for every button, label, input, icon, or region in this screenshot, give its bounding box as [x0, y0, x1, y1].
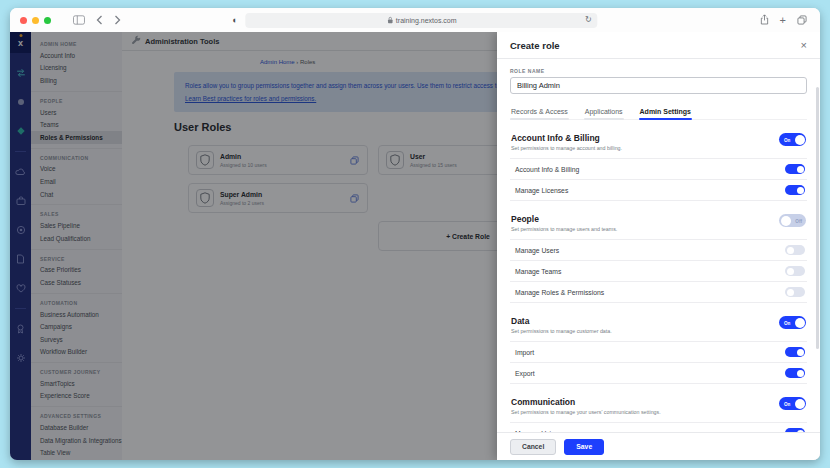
- permission-row: Import: [510, 342, 807, 363]
- permission-section: Account Info & Billing Set permissions t…: [510, 131, 807, 201]
- section-toggle[interactable]: Off: [779, 214, 806, 227]
- permission-toggle[interactable]: [785, 164, 805, 174]
- role-name-label: ROLE NAME: [510, 68, 807, 74]
- permission-row: Manage Licenses: [510, 180, 807, 201]
- permission-label: Manage Users: [515, 247, 559, 254]
- permission-sections: Account Info & Billing Set permissions t…: [510, 131, 807, 432]
- permission-label: Account Info & Billing: [515, 166, 579, 173]
- lock-icon: [387, 16, 393, 25]
- section-toggle[interactable]: On: [779, 133, 806, 146]
- permission-label: Manage Teams: [515, 268, 561, 275]
- permission-toggle[interactable]: [785, 287, 805, 297]
- tabs-overview-icon[interactable]: [797, 11, 807, 29]
- permission-row: Manage Teams: [510, 261, 807, 282]
- minimize-window-button[interactable]: [32, 17, 39, 24]
- permission-toggle[interactable]: [785, 368, 805, 378]
- permission-toggle[interactable]: [785, 428, 805, 432]
- permission-toggle[interactable]: [785, 185, 805, 195]
- sidebar-toggle-icon[interactable]: [73, 11, 85, 29]
- section-toggle[interactable]: On: [779, 316, 806, 329]
- section-name: Communication: [511, 397, 661, 407]
- address-bar[interactable]: training.nextos.com ↻: [246, 13, 598, 28]
- drawer-title: Create role: [510, 40, 560, 51]
- forward-icon[interactable]: [114, 11, 121, 29]
- browser-window: ◐ training.nextos.com ↻ + x: [10, 8, 820, 460]
- maximize-window-button[interactable]: [44, 17, 51, 24]
- permission-row: Account Info & Billing: [510, 159, 807, 180]
- permission-section: People Set permissions to manage users a…: [510, 212, 807, 303]
- drawer-tabs: Records & Access Applications Admin Sett…: [510, 104, 807, 120]
- permission-label: Manage Licenses: [515, 187, 568, 194]
- tab[interactable]: Applications: [584, 104, 624, 119]
- section-name: Account Info & Billing: [511, 133, 622, 143]
- new-tab-icon[interactable]: +: [780, 15, 786, 26]
- section-name: Data: [511, 316, 612, 326]
- close-window-button[interactable]: [20, 17, 27, 24]
- permission-row: Export: [510, 363, 807, 384]
- permission-section: Data Set permissions to manage customer …: [510, 314, 807, 384]
- permission-label: Import: [515, 349, 534, 356]
- section-name: People: [511, 214, 617, 224]
- create-role-drawer: Create role × ROLE NAME Records & Access…: [497, 32, 820, 460]
- url-text: training.nextos.com: [396, 17, 457, 24]
- section-description: Set permissions to manage customer data.: [511, 328, 612, 334]
- section-description: Set permissions to manage users and team…: [511, 226, 617, 232]
- section-description: Set permissions to manage account and bi…: [511, 145, 622, 151]
- section-toggle[interactable]: On: [779, 397, 806, 410]
- role-name-input[interactable]: [510, 77, 807, 94]
- permission-toggle[interactable]: [785, 245, 805, 255]
- save-button[interactable]: Save: [564, 439, 604, 455]
- back-icon[interactable]: [96, 11, 103, 29]
- permission-section: Communication Set permissions to manage …: [510, 395, 807, 432]
- permission-toggle[interactable]: [785, 347, 805, 357]
- drawer-scrollbar[interactable]: [816, 87, 819, 349]
- permission-label: Export: [515, 370, 535, 377]
- permission-row: Manage Users: [510, 240, 807, 261]
- browser-toolbar: ◐ training.nextos.com ↻ +: [10, 8, 820, 32]
- close-icon[interactable]: ×: [801, 40, 807, 51]
- tab[interactable]: Records & Access: [510, 104, 569, 119]
- permission-label: Manage Roles & Permissions: [515, 289, 604, 296]
- cancel-button[interactable]: Cancel: [510, 439, 556, 455]
- tab[interactable]: Admin Settings: [639, 104, 692, 119]
- refresh-icon[interactable]: ↻: [585, 16, 592, 24]
- permission-row: Manage Voice: [510, 423, 807, 432]
- section-description: Set permissions to manage your users' co…: [511, 409, 661, 415]
- permission-label: Manage Voice: [515, 430, 558, 433]
- app-area: x: [10, 32, 820, 460]
- privacy-shield-icon[interactable]: ◐: [232, 16, 237, 25]
- window-controls: [20, 17, 51, 24]
- permission-row: Manage Roles & Permissions: [510, 282, 807, 303]
- permission-toggle[interactable]: [785, 266, 805, 276]
- desktop-background: ◐ training.nextos.com ↻ + x: [0, 0, 830, 468]
- share-icon[interactable]: [760, 11, 769, 29]
